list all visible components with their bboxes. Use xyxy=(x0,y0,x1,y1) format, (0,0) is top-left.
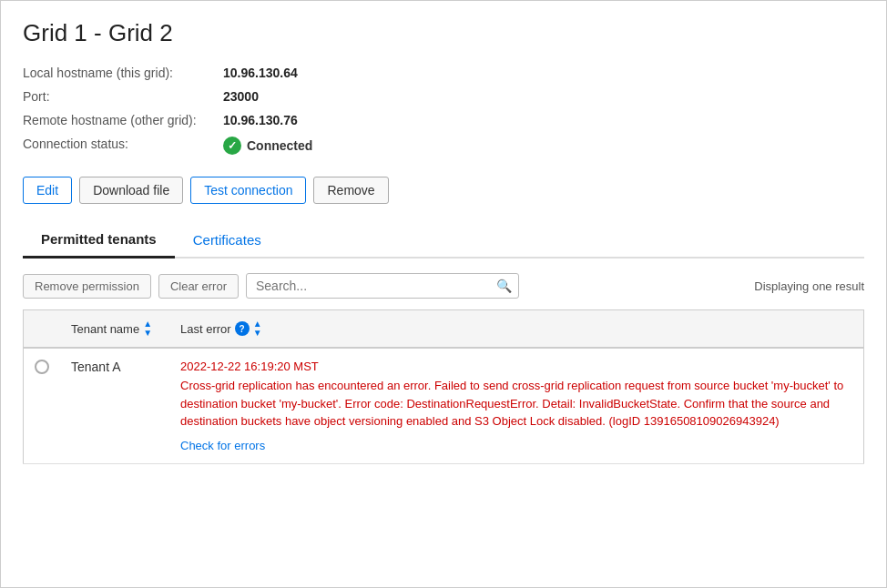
edit-button[interactable]: Edit xyxy=(23,177,72,204)
tab-certificates[interactable]: Certificates xyxy=(175,222,280,257)
tenant-name-cell: Tenant A xyxy=(60,348,169,463)
table-header-row: Tenant name ▲▼ Last error ? ▲▼ xyxy=(24,310,864,349)
th-last-error-label: Last error xyxy=(180,322,231,336)
port-label: Port: xyxy=(23,89,223,104)
row-radio-button[interactable] xyxy=(35,360,49,374)
download-file-button[interactable]: Download file xyxy=(79,177,183,204)
connection-status-label: Connection status: xyxy=(23,137,223,155)
connection-status-value: ✓ Connected xyxy=(223,137,864,155)
th-tenant-name-label: Tenant name xyxy=(71,322,139,336)
toolbar: Remove permission Clear error 🔍 Displayi… xyxy=(23,273,864,299)
error-message: Cross-grid replication has encountered a… xyxy=(180,377,852,431)
action-buttons: Edit Download file Test connection Remov… xyxy=(23,177,864,204)
search-wrapper: 🔍 xyxy=(246,273,519,299)
table-row: Tenant A 2022-12-22 16:19:20 MST Cross-g… xyxy=(24,348,864,463)
local-hostname-label: Local hostname (this grid): xyxy=(23,66,223,80)
th-last-error: Last error ? ▲▼ xyxy=(169,310,864,349)
result-count: Displaying one result xyxy=(754,279,864,293)
th-select xyxy=(24,310,61,349)
remote-hostname-value: 10.96.130.76 xyxy=(223,113,864,127)
remove-button[interactable]: Remove xyxy=(313,177,388,204)
search-input[interactable] xyxy=(246,273,519,299)
main-container: Grid 1 - Grid 2 Local hostname (this gri… xyxy=(0,0,887,588)
clear-error-button[interactable]: Clear error xyxy=(158,274,239,299)
local-hostname-value: 10.96.130.64 xyxy=(223,66,864,80)
remote-hostname-label: Remote hostname (other grid): xyxy=(23,113,223,127)
check-for-errors-link[interactable]: Check for errors xyxy=(180,439,265,452)
tab-permitted-tenants[interactable]: Permitted tenants xyxy=(23,222,175,259)
tenant-name: Tenant A xyxy=(71,360,121,374)
row-radio-cell xyxy=(24,348,61,463)
last-error-sort-icon[interactable]: ▲▼ xyxy=(253,319,262,338)
remove-permission-button[interactable]: Remove permission xyxy=(23,274,151,299)
page-title: Grid 1 - Grid 2 xyxy=(23,19,864,47)
search-icon: 🔍 xyxy=(496,279,512,293)
info-grid: Local hostname (this grid): 10.96.130.64… xyxy=(23,66,864,155)
error-timestamp: 2022-12-22 16:19:20 MST xyxy=(180,360,852,373)
connected-icon: ✓ xyxy=(223,137,241,155)
error-cell: 2022-12-22 16:19:20 MST Cross-grid repli… xyxy=(169,348,864,463)
last-error-help-icon[interactable]: ? xyxy=(235,321,250,336)
tab-bar: Permitted tenants Certificates xyxy=(23,222,864,259)
connection-status-text: Connected xyxy=(247,138,312,153)
th-tenant-name: Tenant name ▲▼ xyxy=(60,310,169,349)
tenant-name-sort-icon[interactable]: ▲▼ xyxy=(143,319,152,338)
port-value: 23000 xyxy=(223,89,864,104)
tenants-table: Tenant name ▲▼ Last error ? ▲▼ xyxy=(23,309,864,464)
test-connection-button[interactable]: Test connection xyxy=(190,177,306,204)
